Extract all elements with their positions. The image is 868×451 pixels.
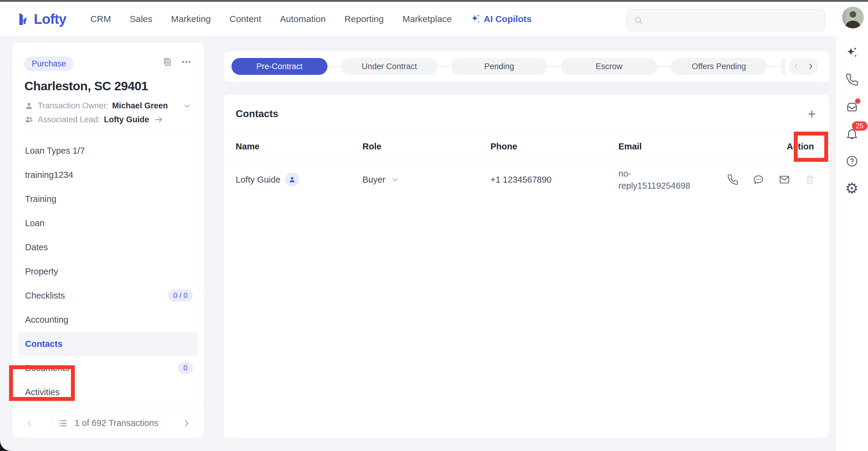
menu-item-documents[interactable]: Documents 0 (19, 356, 198, 380)
contacts-table-header: Name Role Phone Email Action (224, 133, 829, 160)
call-icon[interactable] (727, 174, 739, 185)
lofty-logo-text: Lofty (34, 11, 66, 27)
stage-connector (328, 66, 341, 67)
nav-sales[interactable]: Sales (130, 14, 152, 24)
contacts-title: Contacts (236, 108, 278, 120)
col-action: Action (727, 142, 817, 152)
col-email: Email (618, 142, 727, 152)
menu-label: Loan Types 1/7 (25, 146, 85, 156)
main-nav: CRM Sales Marketing Content Automation R… (90, 14, 531, 24)
lofty-logo-icon (17, 12, 31, 26)
contact-actions (727, 174, 817, 185)
stage-under-contract[interactable]: Under Contract (341, 58, 437, 75)
global-search (626, 9, 826, 31)
nav-crm[interactable]: CRM (90, 14, 111, 24)
right-utility-rail: 25 ⚙ (835, 36, 868, 451)
delete-icon[interactable] (804, 174, 816, 185)
chevron-down-icon[interactable] (183, 101, 192, 111)
next-transaction-chevron[interactable] (182, 419, 191, 428)
contact-phone: +1 1234567890 (490, 175, 618, 185)
search-input[interactable] (648, 16, 818, 25)
owner-name: Michael Green (112, 101, 168, 111)
stage-connector (767, 66, 781, 67)
menu-label: Loan (25, 218, 45, 228)
stage-scroller (788, 58, 818, 75)
contact-role: Buyer (363, 175, 385, 185)
col-name: Name (236, 142, 363, 152)
help-icon[interactable] (844, 153, 860, 169)
transaction-list-icon[interactable] (58, 418, 68, 428)
stage-connector (657, 66, 671, 67)
nav-reporting[interactable]: Reporting (344, 14, 383, 24)
stage-scroll-right-chevron[interactable] (807, 62, 814, 70)
arrow-right-icon[interactable] (154, 115, 163, 124)
checklists-count-badge: 0 / 0 (168, 290, 193, 302)
menu-label: Property (25, 267, 58, 276)
more-options-icon[interactable] (181, 56, 192, 67)
ai-sparkles-icon[interactable] (844, 45, 860, 60)
copy-notes-icon[interactable] (161, 56, 172, 67)
stage-escrow[interactable]: Escrow (561, 58, 657, 75)
stage-pre-contract[interactable]: Pre-Contract (231, 58, 328, 75)
menu-item-training1234[interactable]: training1234 (19, 163, 198, 187)
menu-label: Dates (25, 242, 48, 252)
notifications-bell-icon[interactable]: 25 (844, 126, 860, 142)
col-phone: Phone (490, 142, 618, 152)
menu-item-activities[interactable]: Activities (19, 380, 198, 404)
menu-item-loan[interactable]: Loan (19, 211, 198, 235)
stage-scroll-left-chevron[interactable] (792, 62, 800, 70)
phone-dialer-icon[interactable] (844, 72, 860, 88)
menu-item-property[interactable]: Property (19, 259, 198, 283)
lead-label: Associated Lead: (38, 115, 100, 124)
menu-item-dates[interactable]: Dates (19, 235, 198, 259)
contact-name-cell[interactable]: Lofty Guide (236, 173, 363, 186)
menu-item-training[interactable]: Training (19, 187, 198, 211)
divider (51, 419, 51, 428)
email-icon[interactable] (779, 174, 790, 185)
transaction-panel: Purchase Char (12, 42, 204, 438)
menu-label: Accounting (25, 315, 68, 325)
col-role: Role (363, 142, 490, 152)
inbox-icon[interactable] (844, 99, 860, 115)
menu-item-checklists[interactable]: Checklists 0 / 0 (19, 283, 198, 308)
sms-chat-icon[interactable] (753, 174, 764, 185)
menu-label: Activities (25, 387, 59, 397)
menu-item-contacts[interactable]: Contacts (19, 332, 198, 356)
nav-ai-copilots-label: AI Copilots (484, 14, 531, 24)
nav-marketing[interactable]: Marketing (171, 14, 211, 24)
stage-offers-pending[interactable]: Offers Pending (671, 58, 767, 75)
nav-marketplace[interactable]: Marketplace (402, 14, 452, 24)
contact-name: Lofty Guide (236, 175, 280, 185)
search-icon (633, 16, 643, 25)
nav-content[interactable]: Content (230, 14, 261, 24)
settings-gear-icon[interactable]: ⚙ (844, 181, 860, 196)
stage-pending[interactable]: Pending (451, 58, 547, 75)
contact-row: Lofty Guide Buyer +1 1234567890 no-reply… (224, 160, 829, 199)
stage-connector (547, 66, 561, 67)
sparkles-icon (470, 14, 481, 24)
transaction-pagination: 1 of 692 Transactions (12, 408, 204, 438)
top-nav-bar: Lofty CRM Sales Marketing Content Automa… (0, 2, 868, 36)
lead-person-icon (285, 173, 299, 186)
transaction-owner-row[interactable]: Transaction Owner: Michael Green (25, 101, 192, 111)
stage-connector (437, 66, 451, 67)
menu-item-loan-types[interactable]: Loan Types 1/7 (19, 139, 198, 163)
nav-automation[interactable]: Automation (280, 14, 326, 24)
transaction-menu: Loan Types 1/7 training1234 Training Loa… (12, 134, 204, 404)
menu-label: training1234 (25, 170, 73, 180)
lofty-logo[interactable]: Lofty (17, 11, 66, 27)
chevron-down-icon (391, 175, 399, 184)
menu-item-accounting[interactable]: Accounting (19, 308, 198, 332)
nav-ai-copilots[interactable]: AI Copilots (470, 14, 531, 24)
transaction-type-badge: Purchase (25, 56, 73, 71)
contact-role-dropdown[interactable]: Buyer (363, 175, 490, 185)
page-background: Purchase Char (0, 36, 835, 451)
menu-label: Documents (25, 363, 69, 373)
gear-glyph: ⚙ (845, 181, 859, 196)
menu-label: Checklists (25, 291, 65, 301)
associated-lead-row: Associated Lead: Lofty Guide (25, 115, 192, 124)
lead-name[interactable]: Lofty Guide (104, 115, 149, 124)
user-avatar[interactable] (842, 7, 864, 28)
prev-transaction-chevron[interactable] (25, 419, 34, 428)
add-contact-button[interactable]: + (808, 107, 816, 121)
